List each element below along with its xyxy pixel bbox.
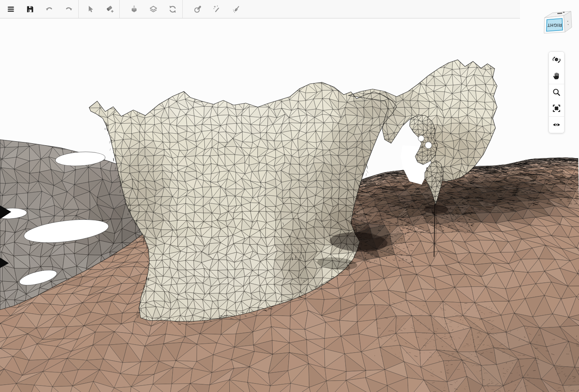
brush-icon [232,5,241,14]
select-icon [86,5,95,14]
toolbar-button-undo[interactable] [40,0,59,18]
toolbar-button-lasso-pen[interactable] [188,0,208,18]
layers-icon [149,5,158,14]
toolbar-group-mesh-ops [120,0,182,18]
nav-button-pan[interactable] [549,68,564,84]
refresh-icon [168,5,177,14]
view-cube-face-label: RIGHT [547,23,562,28]
toolbar-button-brush[interactable] [227,0,246,18]
eraser-add-icon [105,5,114,14]
toolbar-button-eraser-add[interactable] [100,0,119,18]
toolbar-button-flatten-layers[interactable] [144,0,163,18]
undo-icon [45,5,54,14]
main-toolbar [0,0,520,18]
toolbar-button-recompute[interactable] [163,0,182,18]
fit-view-icon [552,104,561,113]
view-cube-top-glyph2 [563,12,565,13]
toolbar-button-save[interactable] [20,0,40,18]
save-icon [26,5,35,14]
orbit-icon [552,55,561,65]
nav-toolbar [548,51,565,133]
toolbar-group-edit-tools [183,0,246,18]
toolbar-button-redo[interactable] [59,0,78,18]
redo-icon [64,5,73,14]
toolbar-group-file [0,0,78,18]
view-cube[interactable]: RIGHT [540,9,576,38]
eye-icon [552,120,561,129]
pan-icon [552,71,561,80]
toolbar-button-menu[interactable] [1,0,20,18]
toolbar-button-extrude[interactable] [124,0,144,18]
viewport-3d[interactable] [0,0,579,392]
toolbar-group-selection [79,0,119,18]
nav-button-visibility[interactable] [549,117,564,133]
view-cube-side-glyph [567,21,568,22]
toolbar-button-magic-wand[interactable] [208,0,227,18]
lasso-pen-icon [194,5,202,14]
menu-icon [6,5,15,14]
zoom-icon [552,88,561,97]
nav-button-fit-view[interactable] [549,100,564,116]
view-cube-side-glyph2 [568,24,569,25]
extrude-icon [130,5,139,14]
toolbar-button-select[interactable] [81,0,100,18]
nav-button-orbit[interactable] [549,52,564,68]
magic-wand-icon [213,5,222,14]
nav-button-zoom[interactable] [549,84,564,100]
